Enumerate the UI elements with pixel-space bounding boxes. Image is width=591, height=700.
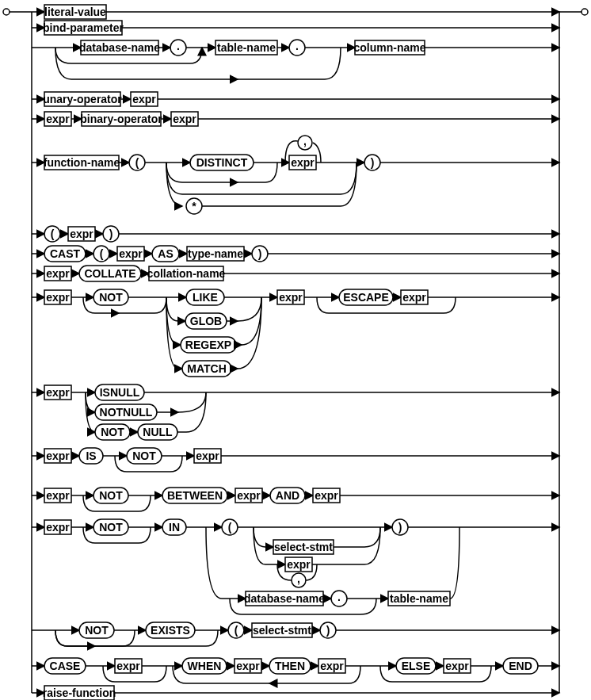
row-like: expr NOT LIKE GLOB REGEXP MATCH expr ESC… <box>32 289 559 377</box>
svg-text:AS: AS <box>158 247 173 260</box>
row-literal-value: literal-value <box>32 5 559 19</box>
svg-text:NULL: NULL <box>143 426 173 438</box>
svg-text:BETWEEN: BETWEEN <box>167 489 223 502</box>
svg-text:): ) <box>258 247 262 260</box>
svg-text:DISTINCT: DISTINCT <box>196 156 248 169</box>
row-exists: NOT EXISTS ( select-stmt ) <box>32 622 559 646</box>
row-cast: CAST ( expr AS type-name ) <box>32 246 559 262</box>
svg-text:table-name: table-name <box>217 41 276 54</box>
svg-text:expr: expr <box>46 521 70 534</box>
svg-text:select-stmt: select-stmt <box>253 624 311 637</box>
svg-text:ESCAPE: ESCAPE <box>343 291 389 304</box>
row-case: CASE expr WHEN expr THEN expr ELSE expr … <box>32 658 559 683</box>
svg-text:COLLATE: COLLATE <box>84 267 135 280</box>
svg-text:(: ( <box>135 156 139 169</box>
svg-text:WHEN: WHEN <box>188 660 222 672</box>
row-raise: raise-function <box>32 686 559 700</box>
svg-text:NOT: NOT <box>132 449 156 462</box>
svg-text:expr: expr <box>196 449 219 462</box>
svg-text:END: END <box>509 660 532 672</box>
svg-text:expr: expr <box>236 660 260 672</box>
svg-text:IS: IS <box>86 449 96 462</box>
svg-text:,: , <box>297 572 300 585</box>
svg-text:.: . <box>296 40 299 52</box>
svg-text:): ) <box>326 624 330 637</box>
svg-text:expr: expr <box>315 489 338 502</box>
svg-text:expr: expr <box>70 228 93 240</box>
svg-text:collation-name: collation-name <box>147 267 226 280</box>
row-is: expr IS NOT expr <box>32 448 559 472</box>
svg-text:expr: expr <box>320 660 344 672</box>
svg-text:ISNULL: ISNULL <box>100 386 140 399</box>
svg-text:expr: expr <box>46 449 70 462</box>
row-paren-expr: ( expr ) <box>32 226 559 242</box>
svg-point-1 <box>581 9 588 15</box>
svg-text:column-name: column-name <box>353 41 425 54</box>
svg-text:NOT: NOT <box>99 489 123 502</box>
svg-text:CAST: CAST <box>50 247 81 260</box>
svg-text:NOTNULL: NOTNULL <box>100 406 153 419</box>
svg-text:database-name: database-name <box>244 592 325 605</box>
svg-text:raise-function: raise-function <box>43 687 116 699</box>
svg-text:EXISTS: EXISTS <box>151 624 190 637</box>
svg-text:literal-value: literal-value <box>44 6 106 18</box>
row-unary: unary-operator expr <box>32 92 559 106</box>
svg-text:LIKE: LIKE <box>193 291 218 304</box>
svg-text:table-name: table-name <box>390 592 448 605</box>
svg-text:(: ( <box>51 228 55 240</box>
row-binary: expr binary-operator expr <box>32 112 559 126</box>
row-between: expr NOT BETWEEN expr AND expr <box>32 488 559 511</box>
svg-text:select-stmt: select-stmt <box>274 541 333 553</box>
svg-text:,: , <box>303 135 307 147</box>
svg-text:AND: AND <box>276 489 299 502</box>
svg-text:IN: IN <box>169 521 180 534</box>
svg-text:(: ( <box>234 624 238 637</box>
svg-text:CASE: CASE <box>50 660 81 672</box>
svg-text:database-name: database-name <box>79 41 160 54</box>
svg-text:): ) <box>109 228 113 240</box>
svg-text:(: ( <box>228 521 232 534</box>
svg-text:expr: expr <box>291 156 315 169</box>
svg-text:): ) <box>371 156 375 169</box>
svg-text:THEN: THEN <box>275 660 305 672</box>
svg-text:expr: expr <box>46 267 70 280</box>
svg-text:MATCH: MATCH <box>187 362 227 375</box>
svg-text:expr: expr <box>173 113 196 125</box>
svg-text:expr: expr <box>46 113 70 125</box>
svg-text:NOT: NOT <box>85 624 109 637</box>
svg-text:binary-operator: binary-operator <box>80 113 162 125</box>
svg-text:REGEXP: REGEXP <box>185 339 231 351</box>
svg-text:(: ( <box>100 247 104 260</box>
svg-text:expr: expr <box>116 660 140 672</box>
svg-text:.: . <box>177 40 180 52</box>
svg-text:expr: expr <box>402 291 426 304</box>
svg-text:*: * <box>192 200 196 212</box>
svg-text:expr: expr <box>237 489 261 502</box>
svg-text:NOT: NOT <box>99 291 123 304</box>
row-in: expr NOT IN ( select-stmt expr , ) datab… <box>32 519 559 614</box>
row-null-test: expr ISNULL NOTNULL NOT NULL <box>32 384 559 440</box>
svg-text:.: . <box>337 591 341 603</box>
svg-text:expr: expr <box>132 93 156 105</box>
svg-text:expr: expr <box>46 489 70 502</box>
svg-text:expr: expr <box>119 247 143 260</box>
svg-text:unary-operator: unary-operator <box>43 93 122 105</box>
row-collate: expr COLLATE collation-name <box>32 266 559 281</box>
svg-text:function-name: function-name <box>44 156 120 169</box>
svg-point-0 <box>3 9 10 15</box>
svg-text:type-name: type-name <box>188 247 243 260</box>
svg-text:expr: expr <box>445 660 469 672</box>
svg-text:NOT: NOT <box>99 521 123 534</box>
svg-text:): ) <box>398 521 402 534</box>
svg-text:expr: expr <box>287 558 311 571</box>
svg-text:expr: expr <box>279 291 303 304</box>
svg-text:bind-parameter: bind-parameter <box>43 21 124 34</box>
row-column-ref: database-name . table-name . column-name <box>32 40 559 79</box>
svg-text:ELSE: ELSE <box>402 660 431 672</box>
svg-text:GLOB: GLOB <box>190 315 222 327</box>
svg-text:expr: expr <box>46 386 70 399</box>
row-function: function-name ( DISTINCT expr , * ) <box>32 135 559 214</box>
svg-text:expr: expr <box>46 291 70 304</box>
row-bind-parameter: bind-parameter <box>32 21 559 35</box>
svg-text:NOT: NOT <box>101 426 124 438</box>
